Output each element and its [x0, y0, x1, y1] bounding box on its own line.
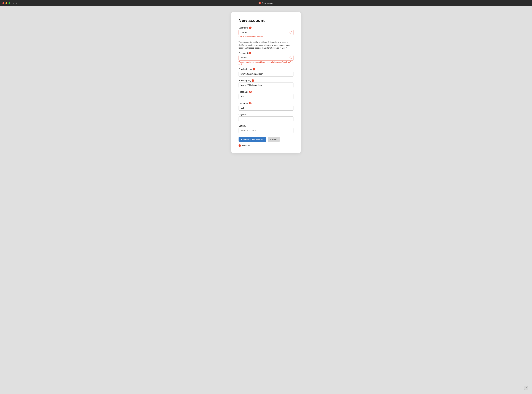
email-label: Email address !: [239, 68, 293, 70]
email-again-label: Email (again) !: [239, 79, 293, 82]
email-again-group: Email (again) !: [239, 79, 293, 88]
cancel-button[interactable]: Cancel: [268, 137, 280, 142]
maximize-dot[interactable]: [8, 2, 10, 4]
password-info-icon: !: [249, 52, 251, 54]
first-name-info-icon: !: [249, 91, 252, 93]
required-icon: !: [239, 144, 241, 147]
form-card: New account Username ! ⓘ Only lowercase …: [231, 12, 301, 153]
page-title: New account: [239, 18, 293, 23]
country-group: Country Select a country United States U…: [239, 124, 293, 133]
last-name-input-wrapper: [239, 105, 293, 111]
country-select-wrapper: Select a country United States United Ki…: [239, 128, 293, 133]
last-name-group: Last name !: [239, 102, 293, 111]
country-label: Country: [239, 124, 293, 127]
titlebar-title: in New account: [259, 2, 273, 4]
titlebar-more-icon[interactable]: ···: [527, 2, 530, 4]
first-name-group: First name !: [239, 91, 293, 99]
country-select[interactable]: Select a country United States United Ki…: [239, 128, 293, 133]
username-input-wrapper: ⓘ: [239, 30, 293, 35]
last-name-info-icon: !: [249, 102, 251, 104]
help-button[interactable]: ?: [524, 386, 528, 390]
titlebar: ‹ › in New account ···: [0, 0, 532, 6]
email-group: Email address !: [239, 68, 293, 77]
main-content: New account Username ! ⓘ Only lowercase …: [0, 6, 532, 394]
username-error-icon: ⓘ: [290, 31, 292, 34]
username-info-icon: !: [249, 26, 251, 29]
required-note: ! Required: [239, 144, 293, 147]
username-label: Username !: [239, 26, 293, 29]
password-input-wrapper: ⓘ: [239, 55, 293, 61]
last-name-input[interactable]: [239, 105, 293, 111]
city-label: City/town: [239, 113, 293, 116]
first-name-input[interactable]: [239, 94, 293, 99]
email-again-input[interactable]: [239, 83, 293, 88]
forward-button[interactable]: ›: [16, 1, 18, 5]
minimize-dot[interactable]: [5, 2, 7, 4]
email-again-info-icon: !: [252, 79, 254, 82]
city-input[interactable]: [239, 116, 293, 122]
password-hint-text: The password must have at least 8 charac…: [239, 41, 293, 49]
username-group: Username ! ⓘ Only lowercase letters allo…: [239, 26, 293, 38]
email-input-wrapper: [239, 71, 293, 77]
window-controls: [2, 2, 10, 4]
email-input[interactable]: [239, 71, 293, 77]
city-group: City/town: [239, 113, 293, 122]
first-name-input-wrapper: [239, 94, 293, 99]
password-input[interactable]: [239, 55, 293, 61]
close-dot[interactable]: [2, 2, 4, 4]
first-name-label: First name !: [239, 91, 293, 93]
password-error-text: The password must have at least 1 specia…: [239, 61, 293, 65]
email-info-icon: !: [253, 68, 255, 70]
required-text: Required: [242, 144, 250, 147]
titlebar-title-text: New account: [262, 2, 273, 4]
titlebar-logo-icon: in: [259, 2, 261, 4]
username-input[interactable]: [239, 30, 293, 35]
titlebar-nav: ‹ ›: [12, 1, 18, 5]
city-input-wrapper: [239, 116, 293, 122]
password-group: Password ! ⓘ The password must have at l…: [239, 52, 293, 65]
create-account-button[interactable]: Create my new account: [239, 137, 266, 142]
button-row: Create my new account Cancel: [239, 137, 293, 142]
username-error-text: Only lowercase letters allowed: [239, 36, 293, 38]
password-error-icon: ⓘ: [290, 56, 292, 59]
password-label: Password !: [239, 52, 293, 54]
email-again-input-wrapper: [239, 83, 293, 88]
last-name-label: Last name !: [239, 102, 293, 104]
back-button[interactable]: ‹: [12, 1, 15, 5]
